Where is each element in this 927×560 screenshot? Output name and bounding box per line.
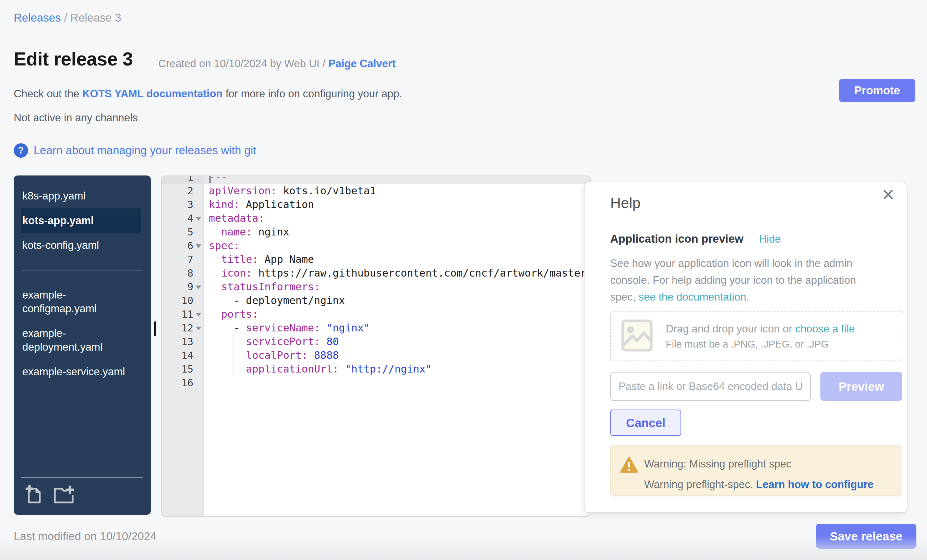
line-number: 15 — [162, 362, 193, 376]
code-text: applicationUrl: "http://nginx" — [204, 362, 590, 376]
breadcrumb: Releases / Release 3 — [14, 11, 122, 24]
code-text: - serviceName: "nginx" — [204, 321, 590, 335]
dropzone-hint: File must be a .PNG, .JPEG, or .JPG — [666, 337, 855, 351]
new-folder-icon[interactable] — [53, 485, 75, 506]
editor-line-12[interactable]: 12 - serviceName: "nginx" — [162, 321, 590, 335]
created-line: Created on 10/10/2024 by Web UI / Paige … — [158, 58, 396, 70]
code-text: metadata: — [204, 211, 590, 225]
help-panel-title: Help — [610, 195, 640, 211]
editor-line-14[interactable]: 14 localPort: 8888 — [162, 349, 590, 362]
file-tree-sidebar: k8s-app.yamlkots-app.yamlkots-config.yam… — [14, 176, 151, 515]
code-text: apiVersion: kots.io/v1beta1 — [204, 184, 590, 198]
warning-message: Warning: Missing preflight spec — [644, 458, 792, 470]
sidebar-file-example-service.yaml[interactable]: example-service.yaml — [14, 360, 151, 384]
code-text: icon: https://raw.githubusercontent.com/… — [204, 266, 590, 280]
code-text: kind: Application — [204, 198, 590, 211]
yaml-code-editor[interactable]: 1---2apiVersion: kots.io/v1beta13kind: A… — [161, 176, 591, 517]
icon-dropzone[interactable]: Drag and drop your icon or choose a file… — [610, 311, 902, 361]
docs-line: Check out the KOTS YAML documentation fo… — [14, 88, 402, 100]
editor-line-10[interactable]: 10 - deployment/nginx — [162, 294, 590, 307]
docs-suffix: for more info on configuring your app. — [222, 88, 402, 100]
breadcrumb-current: Release 3 — [70, 11, 122, 24]
line-number: 9 — [162, 280, 193, 294]
icon-url-input[interactable] — [610, 372, 811, 401]
choose-file-link[interactable]: choose a file — [795, 323, 855, 335]
sidebar-file-k8s-app.yaml[interactable]: k8s-app.yaml — [14, 184, 151, 208]
line-number: 10 — [162, 294, 193, 307]
indent-guide — [234, 362, 234, 376]
code-text: spec: — [204, 239, 590, 253]
editor-line-7[interactable]: 7 title: App Name — [162, 253, 590, 266]
editor-line-4[interactable]: 4metadata: — [162, 211, 590, 225]
code-text: ports: — [204, 307, 590, 321]
sidebar-file-kots-config.yaml[interactable]: kots-config.yaml — [14, 233, 151, 258]
fold-arrow-icon[interactable] — [196, 326, 201, 330]
resize-bar — [154, 322, 157, 336]
editor-cursor — [209, 176, 211, 184]
help-question-icon: ? — [14, 143, 28, 158]
line-number: 5 — [162, 225, 193, 239]
fold-arrow-icon[interactable] — [196, 244, 201, 248]
line-number: 4 — [162, 211, 193, 225]
kots-yaml-docs-link[interactable]: KOTS YAML documentation — [82, 88, 222, 100]
last-modified-text: Last modified on 10/10/2024 — [14, 530, 157, 543]
fold-arrow-icon[interactable] — [196, 217, 201, 221]
line-number: 11 — [162, 307, 193, 321]
dropzone-label: Drag and drop your icon or — [666, 323, 795, 335]
editor-line-9[interactable]: 9 statusInformers: — [162, 280, 590, 294]
line-number: 12 — [162, 321, 193, 335]
sidebar-footer — [21, 477, 143, 506]
icon-preview-description: See how your application icon will look … — [610, 255, 881, 305]
new-file-icon[interactable] — [25, 485, 44, 506]
preflight-warning-box: Warning: Missing preflight spec Warning … — [610, 445, 902, 496]
warning-detail: Warning preflight-spec. Learn how to con… — [644, 478, 874, 491]
editor-line-6[interactable]: 6spec: — [162, 239, 590, 253]
editor-line-3[interactable]: 3kind: Application — [162, 198, 590, 211]
file-list: k8s-app.yamlkots-app.yamlkots-config.yam… — [14, 184, 151, 384]
see-documentation-link[interactable]: see the documentation — [639, 291, 746, 303]
sidebar-file-kots-app.yaml[interactable]: kots-app.yaml — [21, 208, 141, 233]
line-number: 13 — [162, 335, 193, 349]
code-text: statusInformers: — [204, 280, 590, 294]
help-panel: ✕ Help Application icon preview Hide See… — [584, 182, 907, 513]
warning-icon — [620, 457, 638, 475]
editor-line-8[interactable]: 8 icon: https://raw.githubusercontent.co… — [162, 266, 590, 280]
editor-lines: 1---2apiVersion: kots.io/v1beta13kind: A… — [162, 176, 590, 390]
docs-prefix: Check out the — [14, 88, 82, 100]
sidebar-file-example-deployment.yaml[interactable]: example-deployment.yaml — [14, 321, 151, 360]
save-release-button[interactable]: Save release — [816, 524, 916, 549]
cancel-button[interactable]: Cancel — [610, 410, 681, 436]
editor-line-15[interactable]: 15 applicationUrl: "http://nginx" — [162, 362, 590, 376]
promote-button[interactable]: Promote — [839, 79, 915, 102]
editor-line-13[interactable]: 13 servicePort: 80 — [162, 335, 590, 349]
line-number: 7 — [162, 253, 193, 266]
sidebar-divider — [21, 270, 143, 270]
image-placeholder-icon — [621, 319, 653, 353]
learn-how-to-configure-link[interactable]: Learn how to configure — [756, 478, 874, 490]
indent-guide — [234, 349, 234, 362]
hide-link[interactable]: Hide — [759, 233, 781, 245]
editor-line-1[interactable]: 1--- — [162, 176, 590, 184]
warning-detail-text: Warning preflight-spec. — [644, 478, 756, 490]
git-help-link[interactable]: Learn about managing your releases with … — [33, 144, 256, 157]
breadcrumb-releases-link[interactable]: Releases — [14, 11, 61, 24]
editor-line-5[interactable]: 5 name: nginx — [162, 225, 590, 239]
edit-release-page: { "breadcrumb": { "link": "Releases", "s… — [0, 0, 927, 560]
code-text: name: nginx — [204, 225, 590, 239]
line-number: 1 — [162, 176, 203, 184]
created-by-link[interactable]: Paige Calvert — [328, 58, 396, 70]
dropzone-text: Drag and drop your icon or choose a file… — [666, 321, 855, 351]
line-number: 2 — [162, 184, 193, 198]
line-number: 16 — [162, 376, 193, 390]
preview-button[interactable]: Preview — [821, 372, 902, 401]
editor-line-16[interactable]: 16 — [162, 376, 590, 390]
fold-arrow-icon[interactable] — [196, 285, 201, 289]
sidebar-file-example-configmap.yaml[interactable]: example-configmap.yaml — [14, 283, 151, 321]
editor-line-11[interactable]: 11 ports: — [162, 307, 590, 321]
code-text: --- — [204, 176, 590, 184]
code-text: localPort: 8888 — [204, 349, 590, 362]
code-text: - deployment/nginx — [204, 294, 590, 307]
fold-arrow-icon[interactable] — [196, 313, 201, 317]
editor-line-2[interactable]: 2apiVersion: kots.io/v1beta1 — [162, 184, 590, 198]
close-icon[interactable]: ✕ — [881, 185, 895, 204]
